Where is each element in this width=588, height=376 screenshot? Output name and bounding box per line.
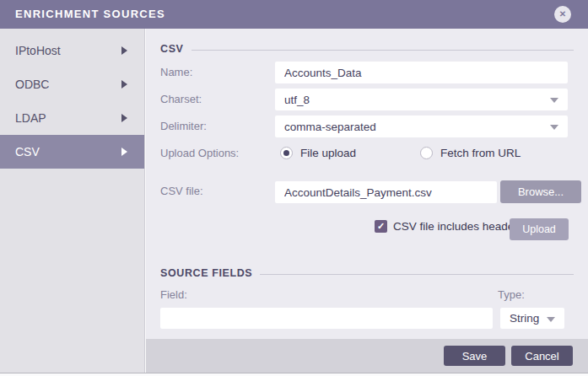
radio-selected-icon (280, 147, 293, 159)
type-value: String (510, 312, 539, 325)
csv-file-label: CSV file: (160, 185, 203, 198)
chevron-down-icon (547, 317, 555, 322)
chevron-down-icon (550, 125, 558, 130)
delimiter-label: Delimiter: (160, 120, 207, 133)
source-fields-section-header: SOURCE FIELDS (160, 266, 574, 280)
name-label: Name: (160, 66, 192, 79)
dialog-header: ENRICHMENT SOURCES ✕ (0, 0, 588, 29)
type-dropdown[interactable]: String (500, 308, 564, 329)
radio-file-upload[interactable]: File upload (280, 147, 356, 159)
chevron-right-icon (121, 46, 127, 55)
checkbox-checked-icon[interactable]: ✓ (375, 220, 387, 233)
save-button[interactable]: Save (444, 346, 505, 366)
sidebar-item-csv[interactable]: CSV (0, 135, 144, 169)
charset-value: utf_8 (284, 94, 310, 106)
chevron-right-icon (121, 114, 127, 122)
charset-label: Charset: (160, 93, 202, 106)
field-input[interactable] (160, 308, 493, 329)
dialog-title: ENRICHMENT SOURCES (15, 0, 165, 29)
csv-file-input[interactable] (275, 181, 497, 203)
dialog-bottom-edge (0, 373, 588, 376)
browse-button[interactable]: Browse... (500, 180, 581, 203)
sidebar-item-label: CSV (15, 145, 40, 158)
csv-header-checkbox-row[interactable]: ✓ CSV file includes header (375, 220, 518, 233)
enrichment-sources-dialog: ENRICHMENT SOURCES ✕ IPtoHost ODBC LDAP … (0, 0, 588, 376)
sidebar-item-iptohost[interactable]: IPtoHost (0, 34, 144, 67)
close-icon: ✕ (559, 10, 566, 19)
radio-dot (283, 150, 289, 156)
type-label: Type: (498, 288, 525, 302)
sidebar-item-ldap[interactable]: LDAP (0, 101, 144, 135)
sidebar-item-odbc[interactable]: ODBC (0, 67, 144, 101)
section-divider (260, 274, 574, 275)
cancel-button[interactable]: Cancel (511, 346, 573, 366)
charset-dropdown[interactable]: utf_8 (275, 89, 568, 110)
section-divider (192, 50, 574, 51)
sidebar-item-label: LDAP (15, 111, 46, 125)
radio-fetch-from-url[interactable]: Fetch from URL (420, 147, 521, 159)
sidebar-item-label: IPtoHost (15, 44, 61, 57)
dialog-footer: Save Cancel (146, 339, 588, 373)
radio-file-upload-label: File upload (300, 147, 356, 159)
field-label: Field: (160, 288, 187, 302)
name-input[interactable] (275, 62, 568, 83)
upload-button[interactable]: Upload (510, 218, 569, 240)
radio-fetch-url-label: Fetch from URL (440, 147, 521, 159)
radio-unselected-icon (420, 147, 433, 159)
chevron-right-icon (121, 80, 127, 89)
source-fields-title: SOURCE FIELDS (160, 267, 252, 279)
csv-section-header: CSV (160, 42, 574, 56)
delimiter-dropdown[interactable]: comma-separated (275, 115, 568, 137)
upload-options-label: Upload Options: (160, 147, 239, 160)
chevron-down-icon (550, 98, 558, 103)
csv-section-title: CSV (160, 43, 184, 55)
chevron-right-icon (121, 148, 127, 156)
sidebar-item-label: ODBC (15, 78, 49, 91)
csv-config-panel: CSV Name: Charset: utf_8 Delimiter: comm… (146, 29, 588, 339)
delimiter-value: comma-separated (284, 121, 376, 133)
checkmark-icon: ✓ (377, 222, 385, 231)
close-button[interactable]: ✕ (554, 6, 571, 23)
csv-header-checkbox-label: CSV file includes header (393, 220, 518, 233)
sidebar: IPtoHost ODBC LDAP CSV (0, 29, 145, 373)
